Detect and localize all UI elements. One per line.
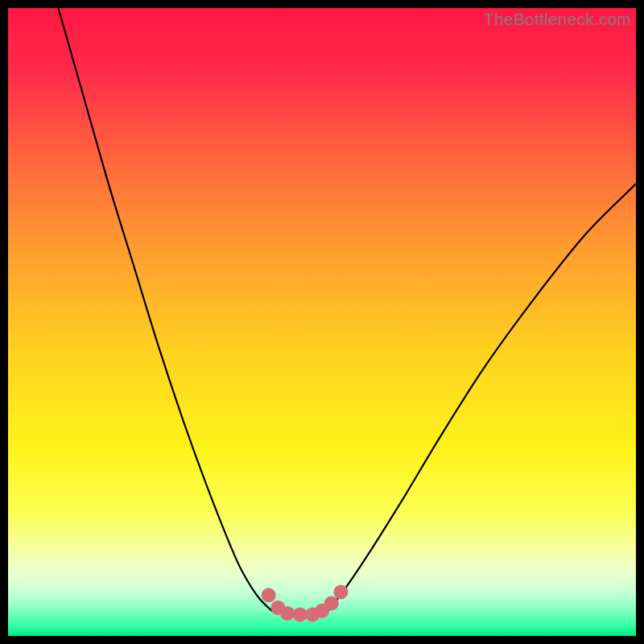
chart-frame: TheBottleneck.com	[8, 8, 636, 636]
gradient-background	[8, 8, 636, 636]
highlight-dot	[280, 606, 295, 621]
highlight-dot	[324, 596, 339, 610]
bottleneck-chart	[8, 8, 636, 636]
highlight-dot	[293, 607, 308, 621]
highlight-dot	[262, 588, 276, 602]
highlight-dot	[333, 584, 348, 599]
watermark-text: TheBottleneck.com	[484, 10, 631, 29]
